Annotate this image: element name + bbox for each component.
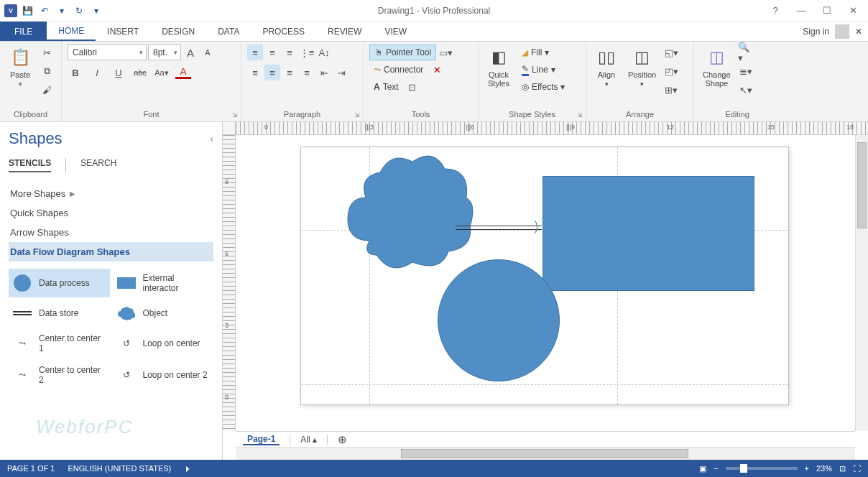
paste-button[interactable]: 📋 Paste ▾ bbox=[6, 45, 34, 89]
collapse-pane-icon[interactable]: ‹ bbox=[210, 133, 213, 144]
rectangle-tool-button[interactable]: ▭▾ bbox=[438, 45, 453, 60]
fill-button[interactable]: ◢Fill ▾ bbox=[517, 45, 569, 60]
paste-dropdown-icon[interactable]: ▾ bbox=[19, 80, 22, 88]
add-page-button[interactable]: ⊕ bbox=[338, 433, 347, 446]
copy-button[interactable]: ⧉ bbox=[39, 63, 55, 79]
bullets-button[interactable]: ⋮≡ bbox=[299, 45, 315, 60]
presentation-mode-icon[interactable]: ▣ bbox=[699, 464, 706, 473]
text-tool-button[interactable]: AText bbox=[369, 79, 403, 95]
justify-button[interactable]: ≡ bbox=[299, 65, 315, 80]
effects-button[interactable]: ◎Effects ▾ bbox=[517, 79, 569, 95]
help-icon[interactable]: ? bbox=[766, 3, 785, 19]
touch-mode-icon[interactable]: ▾ bbox=[89, 4, 103, 18]
font-color-button[interactable]: A bbox=[175, 66, 191, 79]
tab-review[interactable]: REVIEW bbox=[316, 22, 373, 41]
font-size-combo[interactable]: 8pt. bbox=[148, 45, 181, 60]
decrease-indent-button[interactable]: ⇤ bbox=[316, 65, 332, 80]
grow-font-button[interactable]: A bbox=[183, 45, 198, 60]
fit-page-icon[interactable]: ⊡ bbox=[839, 464, 846, 473]
page-tab-1[interactable]: Page-1 bbox=[243, 434, 280, 445]
bold-button[interactable]: B bbox=[68, 65, 83, 80]
format-painter-button[interactable]: 🖌 bbox=[39, 82, 55, 98]
shape-data-process[interactable]: Data process bbox=[9, 269, 110, 297]
qat-dropdown-icon[interactable]: ▾ bbox=[55, 4, 69, 18]
minimize-button[interactable]: — bbox=[792, 3, 811, 19]
language-status[interactable]: ENGLISH (UNITED STATES) bbox=[68, 464, 171, 473]
tab-view[interactable]: VIEW bbox=[373, 22, 418, 41]
cut-button[interactable]: ✂ bbox=[39, 45, 55, 60]
font-dialog-launcher-icon[interactable]: ⇲ bbox=[232, 111, 238, 119]
tab-search[interactable]: SEARCH bbox=[80, 158, 116, 172]
align-button[interactable]: ▯▯ Align ▾ bbox=[592, 45, 621, 89]
page-tab-all[interactable]: All ▴ bbox=[300, 435, 317, 445]
change-shape-button[interactable]: ◫ Change Shape bbox=[700, 45, 734, 89]
tab-design[interactable]: DESIGN bbox=[150, 22, 206, 41]
connection-point-button[interactable]: ⊡ bbox=[405, 79, 420, 95]
strike-button[interactable]: abc bbox=[132, 65, 148, 80]
scroll-thumb[interactable] bbox=[857, 142, 867, 228]
maximize-button[interactable]: ☐ bbox=[818, 3, 836, 19]
align-left-button[interactable]: ≡ bbox=[247, 65, 263, 80]
send-backward-button[interactable]: ◰▾ bbox=[663, 63, 679, 79]
tab-process[interactable]: PROCESS bbox=[251, 22, 316, 41]
zoom-in-button[interactable]: + bbox=[805, 464, 809, 473]
stencil-arrow-shapes[interactable]: Arrow Shapes bbox=[9, 223, 213, 242]
change-case-button[interactable]: Aa▾ bbox=[154, 65, 170, 80]
position-button[interactable]: ◫ Position ▾ bbox=[625, 45, 659, 89]
select-button[interactable]: ↖▾ bbox=[738, 82, 754, 98]
close-button[interactable]: ✕ bbox=[844, 3, 862, 19]
freeform-tool-button[interactable]: ✕ bbox=[429, 62, 445, 78]
undo-icon[interactable]: ↶ bbox=[37, 4, 52, 18]
stencil-quick-shapes[interactable]: Quick Shapes bbox=[9, 203, 213, 223]
tab-data[interactable]: DATA bbox=[206, 22, 251, 41]
page-counter[interactable]: PAGE 1 OF 1 bbox=[7, 464, 55, 473]
tab-file[interactable]: FILE bbox=[0, 22, 47, 41]
underline-button[interactable]: U bbox=[111, 65, 126, 80]
line-button[interactable]: ✎Line ▾ bbox=[517, 62, 569, 78]
ruler-vertical[interactable]: 9 6 3 0 bbox=[223, 135, 236, 431]
shape-data-store[interactable]: Data store bbox=[9, 300, 110, 326]
vertical-scrollbar[interactable] bbox=[855, 135, 868, 431]
align-bottom-button[interactable]: ≡ bbox=[282, 45, 297, 60]
redo-icon[interactable]: ↻ bbox=[72, 4, 86, 18]
increase-indent-button[interactable]: ⇥ bbox=[333, 65, 349, 80]
save-icon[interactable]: 💾 bbox=[20, 4, 34, 18]
stencil-more-shapes[interactable]: More Shapes▶ bbox=[9, 184, 213, 203]
font-name-combo[interactable]: Calibri bbox=[68, 45, 147, 60]
shape-styles-launcher-icon[interactable]: ⇲ bbox=[577, 111, 583, 119]
text-direction-button[interactable]: A↕ bbox=[316, 45, 332, 60]
drawing-surface[interactable] bbox=[236, 135, 855, 431]
circle-shape[interactable] bbox=[438, 259, 560, 381]
align-middle-button[interactable]: ≡ bbox=[264, 45, 280, 60]
align-right-button[interactable]: ≡ bbox=[282, 65, 297, 80]
rectangle-shape[interactable] bbox=[542, 176, 754, 291]
tab-stencils[interactable]: STENCILS bbox=[9, 158, 51, 172]
italic-button[interactable]: I bbox=[89, 65, 105, 80]
shape-center-to-center-1[interactable]: ⤳ Center to center 1 bbox=[9, 329, 110, 358]
shape-center-to-center-2[interactable]: ⤳ Center to center 2 bbox=[9, 361, 110, 389]
shape-loop-on-center[interactable]: ↺ Loop on center bbox=[113, 329, 214, 358]
horizontal-scrollbar[interactable] bbox=[236, 447, 855, 460]
signin-link[interactable]: Sign in bbox=[803, 27, 829, 37]
collapse-ribbon-icon[interactable]: ⌃ bbox=[857, 463, 864, 473]
zoom-slider[interactable] bbox=[726, 467, 798, 470]
quick-styles-button[interactable]: ◧ Quick Styles bbox=[484, 45, 513, 89]
pointer-tool-button[interactable]: 🖱Pointer Tool bbox=[369, 45, 436, 60]
layers-button[interactable]: ≣▾ bbox=[738, 63, 754, 79]
tab-insert[interactable]: INSERT bbox=[96, 22, 150, 41]
paragraph-dialog-launcher-icon[interactable]: ⇲ bbox=[354, 111, 360, 119]
connector-endpoint[interactable] bbox=[519, 218, 537, 236]
bring-forward-button[interactable]: ◱▾ bbox=[663, 45, 679, 60]
shrink-font-button[interactable]: A bbox=[200, 45, 216, 60]
zoom-out-button[interactable]: − bbox=[714, 464, 718, 473]
shape-external-interactor[interactable]: External interactor bbox=[113, 269, 214, 297]
stencil-dfd-shapes[interactable]: Data Flow Diagram Shapes bbox=[9, 242, 213, 261]
align-center-button[interactable]: ≡ bbox=[264, 65, 280, 80]
connector-tool-button[interactable]: ⤳Connector bbox=[369, 62, 428, 78]
ruler-horizontal[interactable]: 0 |||3 |||6 |||9 12 15 18 bbox=[236, 122, 868, 135]
avatar-icon[interactable] bbox=[835, 24, 849, 39]
tab-home[interactable]: HOME bbox=[47, 22, 96, 41]
align-top-button[interactable]: ≡ bbox=[247, 45, 263, 60]
shape-object[interactable]: Object bbox=[113, 300, 214, 326]
macro-recording-icon[interactable]: ⏵ bbox=[184, 464, 192, 473]
